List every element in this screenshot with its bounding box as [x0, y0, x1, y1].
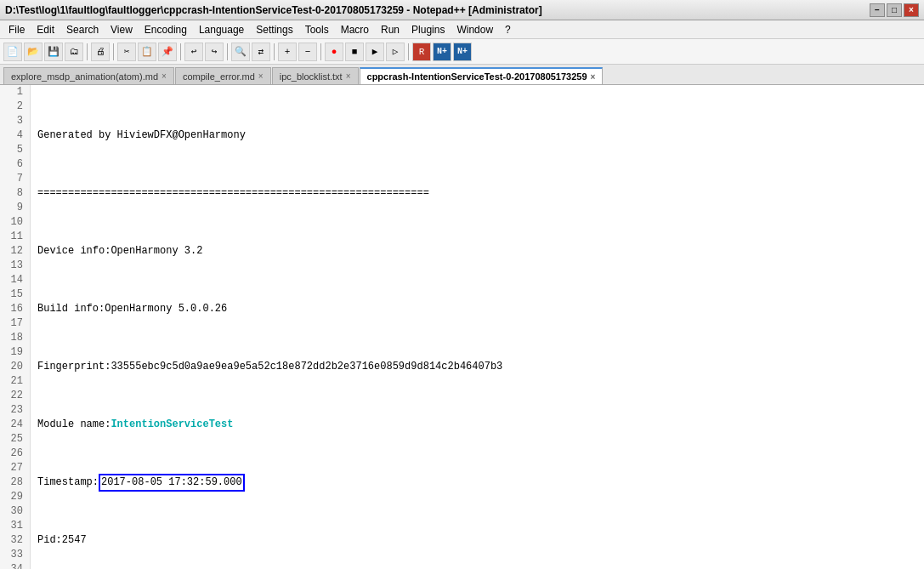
menu-run[interactable]: Run	[376, 22, 405, 37]
toolbar-open[interactable]: 📂	[24, 43, 43, 61]
minimize-button[interactable]: −	[870, 3, 885, 17]
line-num-26: 26	[7, 447, 23, 461]
close-button[interactable]: ×	[904, 3, 919, 17]
menu-plugins[interactable]: Plugins	[406, 22, 450, 37]
line-num-27: 27	[7, 461, 23, 475]
line-num-7: 7	[7, 172, 23, 186]
toolbar-macro-record[interactable]: ●	[325, 43, 343, 61]
toolbar-sep2	[113, 43, 114, 60]
line-num-29: 29	[7, 490, 23, 504]
tab-cppcrash[interactable]: cppcrash-IntentionServiceTest-0-20170805…	[360, 67, 604, 84]
window-controls: − □ ×	[870, 3, 919, 17]
toolbar-sep7	[408, 43, 409, 60]
toolbar-copy[interactable]: 📋	[138, 43, 156, 61]
line-num-32: 32	[7, 533, 23, 548]
line-num-34: 34	[7, 562, 23, 569]
tab-label-ipc: ipc_blocklist.txt	[280, 71, 343, 82]
menu-language[interactable]: Language	[194, 22, 249, 37]
toolbar-npp2[interactable]: N+	[453, 43, 472, 61]
toolbar-print[interactable]: 🖨	[91, 43, 110, 61]
menu-encoding[interactable]: Encoding	[139, 22, 192, 37]
toolbar-macro-save[interactable]: ▷	[386, 43, 405, 61]
line-num-1: 1	[7, 85, 23, 100]
toolbar-macro-stop[interactable]: ■	[345, 43, 364, 61]
editor[interactable]: 1 2 3 4 5 6 7 8 9 10 11 12 13 14 15 16 1…	[0, 85, 924, 569]
line-num-22: 22	[7, 389, 23, 403]
menu-search[interactable]: Search	[61, 22, 104, 37]
line-num-20: 20	[7, 360, 23, 374]
menu-macro[interactable]: Macro	[336, 22, 374, 37]
tab-label-compile: compile_error.md	[183, 71, 255, 82]
tab-compile[interactable]: compile_error.md ×	[175, 67, 271, 84]
line-num-33: 33	[7, 548, 23, 562]
line-num-24: 24	[7, 418, 23, 432]
line-numbers: 1 2 3 4 5 6 7 8 9 10 11 12 13 14 15 16 1…	[0, 85, 31, 569]
code-line-6: Module name:IntentionServiceTest	[37, 418, 917, 432]
line-num-25: 25	[7, 432, 23, 447]
menu-help[interactable]: ?	[500, 22, 516, 37]
line-num-2: 2	[7, 100, 23, 114]
toolbar-zoom-in[interactable]: +	[278, 43, 297, 61]
toolbar-sep5	[274, 43, 275, 60]
toolbar-sep6	[320, 43, 321, 60]
line-num-13: 13	[7, 259, 23, 273]
title-bar: D:\Test\log\1\faultlog\faultlogger\cppcr…	[0, 0, 924, 20]
line-num-30: 30	[7, 504, 23, 519]
menu-settings[interactable]: Settings	[251, 22, 298, 37]
toolbar-new[interactable]: 📄	[3, 43, 22, 61]
line-num-23: 23	[7, 403, 23, 418]
toolbar-save[interactable]: 💾	[44, 43, 63, 61]
toolbar-run[interactable]: R	[412, 43, 431, 61]
line-num-18: 18	[7, 331, 23, 345]
line-num-31: 31	[7, 519, 23, 533]
line-num-6: 6	[7, 157, 23, 172]
title-text: D:\Test\log\1\faultlog\faultlogger\cppcr…	[5, 4, 542, 16]
line-num-3: 3	[7, 114, 23, 128]
code-line-8: Pid:2547	[37, 533, 917, 548]
line-num-12: 12	[7, 244, 23, 259]
menu-tools[interactable]: Tools	[300, 22, 334, 37]
line-num-14: 14	[7, 273, 23, 287]
toolbar-zoom-out[interactable]: −	[298, 43, 317, 61]
toolbar-sep3	[180, 43, 181, 60]
menu-edit[interactable]: Edit	[31, 22, 60, 37]
tab-explore[interactable]: explore_msdp_animation(atom).md ×	[3, 67, 174, 84]
menu-view[interactable]: View	[105, 22, 138, 37]
toolbar-macro-play[interactable]: ▶	[366, 43, 384, 61]
maximize-button[interactable]: □	[887, 3, 902, 17]
toolbar-redo[interactable]: ↪	[205, 43, 224, 61]
toolbar-sep1	[87, 43, 88, 60]
tab-bar: explore_msdp_animation(atom).md × compil…	[0, 65, 924, 85]
menu-file[interactable]: File	[3, 22, 30, 37]
toolbar-undo[interactable]: ↩	[184, 43, 203, 61]
menu-window[interactable]: Window	[451, 22, 498, 37]
line-num-9: 9	[7, 201, 23, 215]
code-line-5: Fingerprint:33555ebc9c5d0a9ae9ea9e5a52c1…	[37, 360, 917, 374]
line-num-28: 28	[7, 475, 23, 490]
tab-ipc[interactable]: ipc_blocklist.txt ×	[272, 67, 359, 84]
toolbar-npp1[interactable]: N+	[433, 43, 451, 61]
toolbar-save-all[interactable]: 🗂	[65, 43, 83, 61]
toolbar-sep4	[227, 43, 228, 60]
line-num-11: 11	[7, 230, 23, 244]
toolbar: 📄 📂 💾 🗂 🖨 ✂ 📋 📌 ↩ ↪ 🔍 ⇄ + − ● ■ ▶ ▷ R N+…	[0, 39, 924, 65]
code-line-2: ========================================…	[37, 186, 917, 201]
line-num-10: 10	[7, 215, 23, 230]
tab-close-ipc[interactable]: ×	[346, 71, 351, 81]
tab-close-explore[interactable]: ×	[162, 71, 167, 81]
code-line-4: Build info:OpenHarmony 5.0.0.26	[37, 302, 917, 316]
toolbar-paste[interactable]: 📌	[158, 43, 177, 61]
menu-bar: File Edit Search View Encoding Language …	[0, 20, 924, 39]
line-num-8: 8	[7, 186, 23, 201]
tab-close-cppcrash[interactable]: ×	[591, 72, 596, 82]
toolbar-cut[interactable]: ✂	[117, 43, 136, 61]
code-line-7: Timestamp:2017-08-05 17:32:59.000	[37, 475, 917, 490]
line-num-17: 17	[7, 316, 23, 331]
toolbar-find[interactable]: 🔍	[231, 43, 250, 61]
line-num-5: 5	[7, 143, 23, 157]
toolbar-replace[interactable]: ⇄	[252, 43, 270, 61]
code-line-3: Device info:OpenHarmony 3.2	[37, 244, 917, 259]
line-num-21: 21	[7, 374, 23, 389]
tab-close-compile[interactable]: ×	[258, 71, 264, 81]
code-content: Generated by HiviewDFX@OpenHarmony =====…	[31, 85, 924, 569]
